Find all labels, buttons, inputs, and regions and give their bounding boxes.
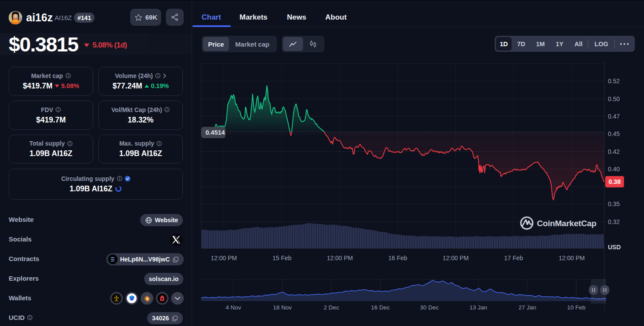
svg-text:16 Feb: 16 Feb bbox=[388, 255, 408, 261]
svg-text:13 Jan: 13 Jan bbox=[469, 304, 487, 311]
svg-text:USD: USD bbox=[608, 244, 621, 251]
svg-text:12:00 PM: 12:00 PM bbox=[443, 255, 469, 261]
svg-text:15 Feb: 15 Feb bbox=[273, 255, 292, 261]
svg-text:18 Nov: 18 Nov bbox=[273, 304, 292, 311]
svg-text:0.45: 0.45 bbox=[608, 130, 620, 137]
svg-text:0.40: 0.40 bbox=[608, 166, 620, 173]
svg-text:12:00 PM: 12:00 PM bbox=[211, 255, 237, 261]
svg-text:0.50: 0.50 bbox=[608, 95, 620, 102]
svg-text:0.32: 0.32 bbox=[608, 218, 620, 225]
svg-text:0.35: 0.35 bbox=[608, 200, 620, 207]
svg-text:0.52: 0.52 bbox=[608, 78, 620, 85]
svg-text:12:00 PM: 12:00 PM bbox=[559, 255, 585, 261]
svg-text:10 Feb: 10 Feb bbox=[567, 304, 585, 311]
svg-text:12:00 PM: 12:00 PM bbox=[327, 255, 353, 261]
svg-text:0.47: 0.47 bbox=[608, 113, 620, 120]
svg-text:CoinMarketCap: CoinMarketCap bbox=[537, 219, 597, 228]
svg-text:ai16z: ai16z bbox=[13, 20, 18, 22]
svg-text:30 Dec: 30 Dec bbox=[420, 304, 439, 311]
svg-text:2 Dec: 2 Dec bbox=[324, 304, 339, 311]
svg-text:4 Nov: 4 Nov bbox=[226, 304, 241, 311]
svg-text:17 Feb: 17 Feb bbox=[504, 255, 523, 261]
svg-text:27 Jan: 27 Jan bbox=[519, 304, 536, 311]
svg-text:0.4514: 0.4514 bbox=[206, 129, 225, 136]
svg-text:0.42: 0.42 bbox=[608, 148, 620, 155]
svg-text:16 Dec: 16 Dec bbox=[371, 304, 390, 311]
svg-text:0.38: 0.38 bbox=[608, 178, 620, 185]
